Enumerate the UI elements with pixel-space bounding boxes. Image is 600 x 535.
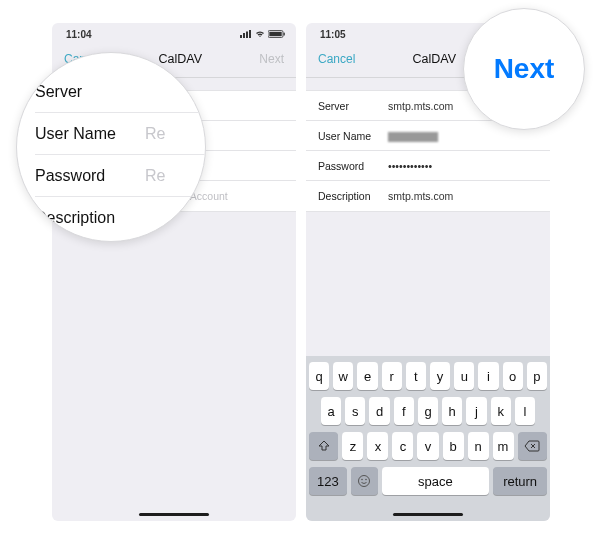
nav-title: CalDAV bbox=[413, 52, 457, 66]
key-shift[interactable] bbox=[309, 432, 338, 460]
key-h[interactable]: h bbox=[442, 397, 462, 425]
key-space[interactable]: space bbox=[382, 467, 490, 495]
shift-icon bbox=[318, 440, 330, 452]
keyboard-row-4: 123 space return bbox=[309, 467, 547, 495]
key-d[interactable]: d bbox=[369, 397, 389, 425]
battery-icon bbox=[268, 30, 286, 38]
key-emoji[interactable] bbox=[351, 467, 378, 495]
key-s[interactable]: s bbox=[345, 397, 365, 425]
password-label: Password bbox=[318, 160, 388, 172]
mag-password-row: Password Re bbox=[35, 155, 205, 197]
mag-server-label: Server bbox=[35, 83, 145, 101]
status-time: 11:04 bbox=[66, 29, 92, 40]
username-input[interactable] bbox=[388, 129, 438, 141]
mag-username-row: User Name Re bbox=[35, 113, 205, 155]
signal-icon bbox=[240, 30, 252, 38]
svg-rect-0 bbox=[240, 35, 242, 38]
keyboard[interactable]: qwertyuiop asdfghjkl zxcvbnm 123 space r… bbox=[306, 356, 550, 521]
mag-username-label: User Name bbox=[35, 125, 145, 143]
key-q[interactable]: q bbox=[309, 362, 329, 390]
key-v[interactable]: v bbox=[417, 432, 438, 460]
magnifier-right: Next bbox=[463, 8, 585, 130]
status-time: 11:05 bbox=[320, 29, 346, 40]
description-label: Description bbox=[318, 190, 388, 202]
redacted-value bbox=[388, 132, 438, 142]
key-t[interactable]: t bbox=[406, 362, 426, 390]
key-x[interactable]: x bbox=[367, 432, 388, 460]
key-f[interactable]: f bbox=[394, 397, 414, 425]
key-return[interactable]: return bbox=[493, 467, 547, 495]
wifi-icon bbox=[254, 30, 266, 38]
key-k[interactable]: k bbox=[491, 397, 511, 425]
home-indicator[interactable] bbox=[393, 513, 463, 517]
svg-point-14 bbox=[359, 476, 370, 487]
description-row[interactable]: Description smtp.mts.com bbox=[306, 181, 550, 211]
backspace-icon bbox=[524, 440, 540, 452]
description-input[interactable]: smtp.mts.com bbox=[388, 190, 453, 202]
key-r[interactable]: r bbox=[382, 362, 402, 390]
key-b[interactable]: b bbox=[443, 432, 464, 460]
key-n[interactable]: n bbox=[468, 432, 489, 460]
mag-password-placeholder: Re bbox=[145, 167, 165, 185]
password-row[interactable]: Password •••••••••••• bbox=[306, 151, 550, 181]
key-y[interactable]: y bbox=[430, 362, 450, 390]
key-i[interactable]: i bbox=[478, 362, 498, 390]
status-bar: 11:04 bbox=[52, 23, 296, 41]
svg-rect-2 bbox=[246, 32, 248, 39]
key-g[interactable]: g bbox=[418, 397, 438, 425]
mag-next-label: Next bbox=[464, 9, 584, 129]
svg-point-15 bbox=[361, 479, 363, 481]
server-input[interactable]: smtp.mts.com bbox=[388, 100, 453, 112]
magnifier-left: Server User Name Re Password Re Descript… bbox=[16, 52, 206, 242]
keyboard-row-3: zxcvbnm bbox=[309, 432, 547, 460]
key-e[interactable]: e bbox=[357, 362, 377, 390]
svg-rect-6 bbox=[284, 33, 285, 36]
keyboard-row-2: asdfghjkl bbox=[309, 397, 547, 425]
key-z[interactable]: z bbox=[342, 432, 363, 460]
key-backspace[interactable] bbox=[518, 432, 547, 460]
svg-rect-1 bbox=[243, 33, 245, 38]
server-label: Server bbox=[318, 100, 388, 112]
svg-rect-3 bbox=[249, 30, 251, 38]
home-indicator[interactable] bbox=[139, 513, 209, 517]
key-o[interactable]: o bbox=[503, 362, 523, 390]
emoji-icon bbox=[357, 474, 371, 488]
status-icons bbox=[240, 30, 286, 38]
key-w[interactable]: w bbox=[333, 362, 353, 390]
keyboard-row-1: qwertyuiop bbox=[309, 362, 547, 390]
key-j[interactable]: j bbox=[466, 397, 486, 425]
key-a[interactable]: a bbox=[321, 397, 341, 425]
key-p[interactable]: p bbox=[527, 362, 547, 390]
key-u[interactable]: u bbox=[454, 362, 474, 390]
password-input[interactable]: •••••••••••• bbox=[388, 160, 432, 172]
mag-password-label: Password bbox=[35, 167, 145, 185]
key-l[interactable]: l bbox=[515, 397, 535, 425]
next-button-disabled: Next bbox=[259, 52, 284, 66]
nav-title: CalDAV bbox=[159, 52, 203, 66]
key-m[interactable]: m bbox=[493, 432, 514, 460]
svg-rect-5 bbox=[269, 32, 281, 36]
mag-username-placeholder: Re bbox=[145, 125, 165, 143]
cancel-button[interactable]: Cancel bbox=[318, 52, 355, 66]
svg-point-16 bbox=[365, 479, 367, 481]
key-c[interactable]: c bbox=[392, 432, 413, 460]
username-label: User Name bbox=[318, 130, 388, 142]
key-123[interactable]: 123 bbox=[309, 467, 347, 495]
